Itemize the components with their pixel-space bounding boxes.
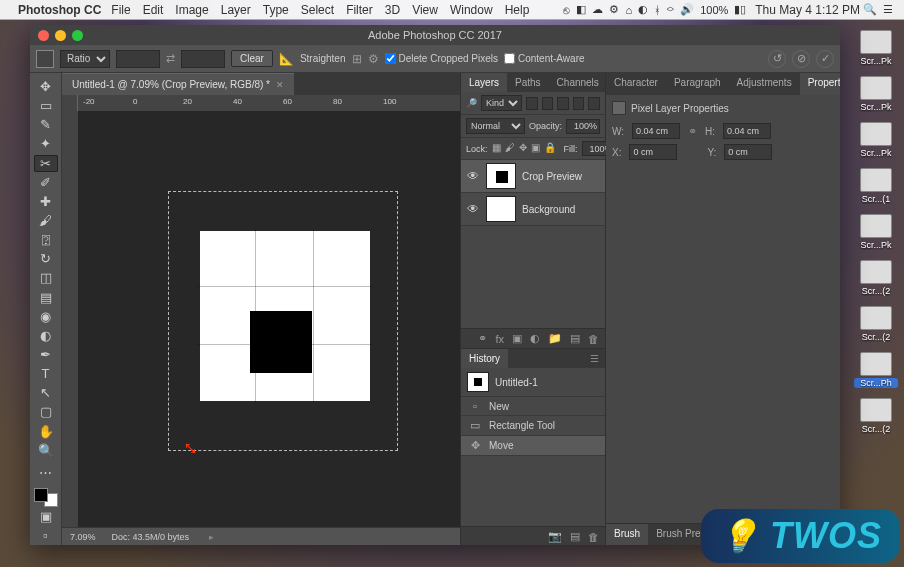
status-icon[interactable]: ◐ [638, 3, 648, 16]
desktop-file[interactable]: Scr...(2 [854, 398, 898, 434]
lock-artboard-icon[interactable]: ▣ [531, 142, 540, 155]
commit-crop-icon[interactable]: ✓ [816, 50, 834, 68]
history-item[interactable]: ✥Move [461, 436, 605, 456]
menu-image[interactable]: Image [175, 3, 208, 17]
stamp-tool[interactable]: ⍰ [34, 231, 58, 248]
move-tool[interactable]: ✥ [34, 78, 58, 95]
window-titlebar[interactable]: Adobe Photoshop CC 2017 [30, 25, 840, 45]
close-button[interactable] [38, 30, 49, 41]
desktop-file[interactable]: Scr...(2 [854, 306, 898, 342]
clear-button[interactable]: Clear [231, 50, 273, 67]
crop-ratio-select[interactable]: Ratio [60, 50, 110, 68]
pen-tool[interactable]: ✒ [34, 346, 58, 363]
history-brush-tool[interactable]: ↻ [34, 250, 58, 267]
delete-cropped-checkbox[interactable]: Delete Cropped Pixels [385, 53, 499, 64]
new-layer-icon[interactable]: ▤ [570, 332, 580, 345]
bluetooth-icon[interactable]: ᚼ [654, 4, 661, 16]
tab-channels[interactable]: Channels [549, 73, 607, 92]
desktop-file[interactable]: Scr...(2 [854, 260, 898, 296]
close-tab-icon[interactable]: ✕ [276, 80, 284, 90]
filter-type-icon[interactable] [557, 97, 569, 110]
status-icon[interactable]: ⎋ [563, 4, 570, 16]
lasso-tool[interactable]: ✎ [34, 116, 58, 133]
eraser-tool[interactable]: ◫ [34, 269, 58, 286]
layer-thumbnail[interactable] [486, 163, 516, 189]
lock-image-icon[interactable]: 🖌 [505, 142, 515, 155]
desktop-file[interactable]: Scr...Pk [854, 76, 898, 112]
layer-thumbnail[interactable] [486, 196, 516, 222]
doc-info[interactable]: Doc: 43.5M/0 bytes [112, 532, 190, 542]
layer-style-icon[interactable]: fx [495, 333, 504, 345]
menu-type[interactable]: Type [263, 3, 289, 17]
marquee-tool[interactable]: ▭ [34, 97, 58, 114]
desktop-file-selected[interactable]: Scr...Ph [854, 352, 898, 388]
gradient-tool[interactable]: ▤ [34, 289, 58, 306]
status-icon[interactable]: ⚙ [609, 3, 619, 16]
filter-smart-icon[interactable] [588, 97, 600, 110]
link-layers-icon[interactable]: ⚭ [478, 332, 487, 345]
shape-tool[interactable]: ▢ [34, 403, 58, 420]
filter-shape-icon[interactable] [573, 97, 585, 110]
app-name[interactable]: Photoshop CC [18, 3, 101, 17]
blend-mode-select[interactable]: Normal [466, 118, 525, 134]
ruler-horizontal[interactable]: -20 0 20 40 60 80 100 [62, 95, 460, 111]
desktop-file[interactable]: Scr...(1 [854, 168, 898, 204]
opacity-field[interactable] [566, 119, 600, 134]
layer-item[interactable]: 👁 Background [461, 193, 605, 226]
x-field[interactable] [629, 144, 677, 160]
filter-pixel-icon[interactable] [526, 97, 538, 110]
menu-window[interactable]: Window [450, 3, 493, 17]
notification-icon[interactable]: ☰ [883, 3, 893, 16]
layer-group-icon[interactable]: 📁 [548, 332, 562, 345]
content-aware-checkbox[interactable]: Content-Aware [504, 53, 585, 64]
straighten-icon[interactable]: 📐 [279, 52, 294, 66]
history-item[interactable]: ▫New [461, 397, 605, 416]
panel-menu-icon[interactable]: ☰ [584, 349, 605, 368]
blur-tool[interactable]: ◉ [34, 308, 58, 325]
tab-character[interactable]: Character [606, 73, 666, 95]
type-tool[interactable]: T [34, 365, 58, 382]
history-snapshot-icon[interactable]: 📷 [548, 530, 562, 543]
y-field[interactable] [724, 144, 772, 160]
h-field[interactable] [723, 123, 771, 139]
cancel-crop-icon[interactable]: ⊘ [792, 50, 810, 68]
menu-layer[interactable]: Layer [221, 3, 251, 17]
magic-wand-tool[interactable]: ✦ [34, 135, 58, 152]
healing-tool[interactable]: ✚ [34, 193, 58, 210]
history-item[interactable]: ▭Rectangle Tool [461, 416, 605, 436]
quickmask-tool[interactable]: ▣ [34, 508, 58, 525]
screenmode-tool[interactable]: ▫ [34, 527, 58, 544]
lock-position-icon[interactable]: ✥ [519, 142, 527, 155]
adjustment-layer-icon[interactable]: ◐ [530, 332, 540, 345]
history-snapshot[interactable]: Untitled-1 [461, 368, 605, 397]
crop-width-field[interactable] [116, 50, 160, 68]
layer-mask-icon[interactable]: ▣ [512, 332, 522, 345]
hand-tool[interactable]: ✋ [34, 423, 58, 440]
reset-icon[interactable]: ↺ [768, 50, 786, 68]
zoom-tool[interactable]: 🔍 [34, 442, 58, 459]
desktop-file[interactable]: Scr...Pk [854, 122, 898, 158]
tab-paths[interactable]: Paths [507, 73, 549, 92]
minimize-button[interactable] [55, 30, 66, 41]
history-delete-icon[interactable]: 🗑 [588, 531, 599, 543]
layer-filter-select[interactable]: Kind [481, 95, 522, 111]
visibility-icon[interactable]: 👁 [466, 202, 480, 216]
crop-tool[interactable]: ✂ [34, 155, 58, 172]
canvas[interactable]: ↔ [78, 111, 460, 527]
crop-height-field[interactable] [181, 50, 225, 68]
tab-history[interactable]: History [461, 349, 508, 368]
overlay-icon[interactable]: ⊞ [352, 52, 362, 66]
desktop-file[interactable]: Scr...Pk [854, 214, 898, 250]
battery-text[interactable]: 100% [700, 4, 728, 16]
w-field[interactable] [632, 123, 680, 139]
menu-filter[interactable]: Filter [346, 3, 373, 17]
layer-item[interactable]: 👁 Crop Preview [461, 160, 605, 193]
delete-layer-icon[interactable]: 🗑 [588, 333, 599, 345]
menu-view[interactable]: View [412, 3, 438, 17]
status-icon[interactable]: ☁ [592, 3, 603, 16]
zoom-level[interactable]: 7.09% [70, 532, 96, 542]
history-new-icon[interactable]: ▤ [570, 530, 580, 543]
settings-icon[interactable]: ⚙ [368, 52, 379, 66]
doc-info-chevron-icon[interactable]: ▸ [209, 532, 214, 542]
battery-icon[interactable]: ▮▯ [734, 3, 746, 16]
